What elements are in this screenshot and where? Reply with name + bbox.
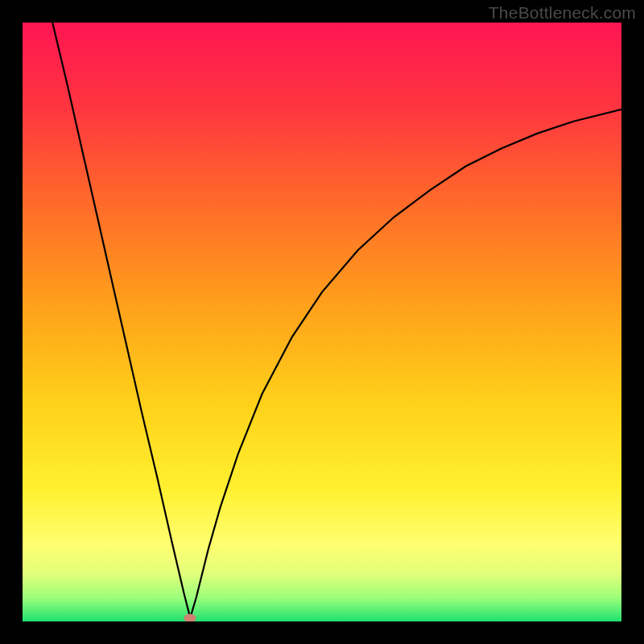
watermark-text: TheBottleneck.com xyxy=(489,3,636,23)
chart-frame: TheBottleneck.com xyxy=(0,0,644,644)
bottleneck-curve xyxy=(23,23,621,621)
plot-area xyxy=(23,23,621,621)
optimum-marker xyxy=(184,613,196,621)
